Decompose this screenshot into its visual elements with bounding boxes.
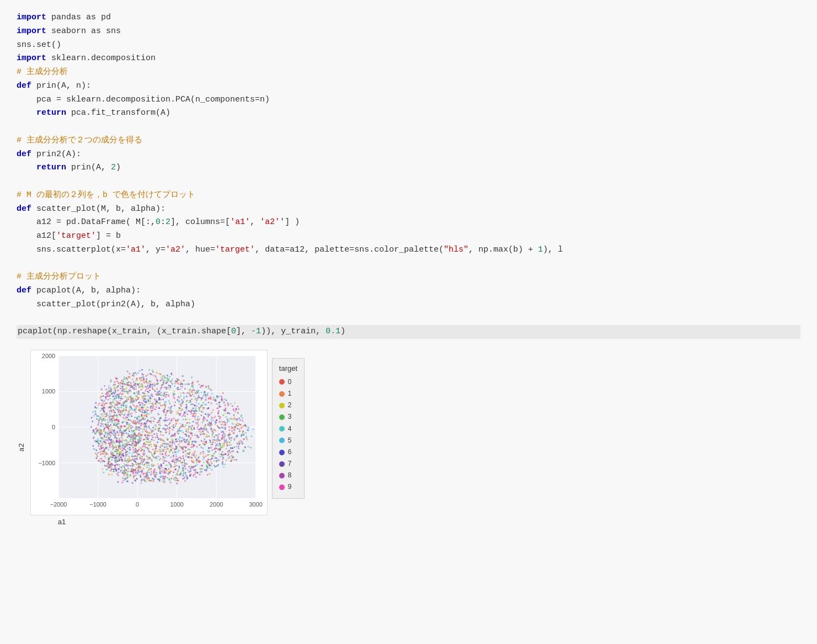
svg-point-2310 xyxy=(116,451,118,453)
svg-point-2240 xyxy=(125,464,127,466)
svg-point-1488 xyxy=(143,476,145,478)
svg-point-2815 xyxy=(122,455,124,456)
svg-point-2471 xyxy=(175,451,177,453)
svg-point-1637 xyxy=(145,381,147,383)
svg-point-2977 xyxy=(104,416,106,418)
svg-point-2501 xyxy=(145,423,146,425)
svg-point-1954 xyxy=(113,399,115,401)
svg-point-2720 xyxy=(184,480,186,482)
svg-point-629 xyxy=(174,462,175,464)
svg-point-2650 xyxy=(97,424,99,426)
svg-point-2050 xyxy=(168,395,169,397)
svg-point-1663 xyxy=(213,465,215,466)
svg-point-1364 xyxy=(162,453,163,455)
svg-point-2974 xyxy=(125,444,126,446)
svg-point-499 xyxy=(121,438,123,439)
svg-point-1393 xyxy=(180,405,181,407)
svg-point-2606 xyxy=(101,404,103,406)
svg-point-2258 xyxy=(239,430,241,432)
svg-point-2689 xyxy=(138,402,140,403)
svg-point-1730 xyxy=(104,413,105,415)
svg-point-1550 xyxy=(194,434,196,436)
svg-point-2783 xyxy=(164,457,166,459)
svg-point-562 xyxy=(181,416,183,417)
svg-point-736 xyxy=(233,446,235,448)
svg-point-2344 xyxy=(222,392,224,394)
svg-point-2785 xyxy=(143,453,145,454)
svg-point-2484 xyxy=(205,428,207,429)
svg-point-2727 xyxy=(220,396,222,397)
svg-point-1991 xyxy=(151,431,153,433)
svg-point-585 xyxy=(103,472,104,473)
svg-point-1942 xyxy=(130,439,131,440)
svg-point-2534 xyxy=(168,462,169,464)
svg-point-1378 xyxy=(108,396,109,397)
svg-point-1812 xyxy=(175,438,177,440)
svg-point-2635 xyxy=(203,433,205,434)
svg-point-2033 xyxy=(228,441,229,443)
svg-point-1674 xyxy=(162,435,164,437)
svg-point-336 xyxy=(165,443,167,445)
svg-point-2791 xyxy=(158,478,159,480)
svg-point-2345 xyxy=(175,462,177,464)
svg-point-1382 xyxy=(207,454,209,456)
svg-point-1480 xyxy=(161,467,163,469)
svg-point-2357 xyxy=(190,427,192,429)
svg-point-3001 xyxy=(181,386,183,388)
svg-point-2277 xyxy=(126,417,128,418)
svg-point-219 xyxy=(198,403,200,405)
svg-point-1933 xyxy=(154,450,156,452)
svg-point-1834 xyxy=(188,453,190,455)
svg-point-1861 xyxy=(141,383,142,385)
svg-point-2840 xyxy=(134,398,136,400)
svg-point-1365 xyxy=(132,386,134,388)
svg-point-2422 xyxy=(112,396,114,397)
svg-point-280 xyxy=(175,456,177,457)
svg-point-403 xyxy=(135,475,136,476)
svg-point-2154 xyxy=(185,435,187,437)
svg-point-77 xyxy=(157,463,158,465)
svg-point-2271 xyxy=(176,448,178,449)
svg-point-1235 xyxy=(148,465,149,466)
comment-text: # M の最初の２列を，b で色を付けてプロット xyxy=(17,190,195,200)
code-line-empty-3 xyxy=(17,257,800,271)
svg-point-2672 xyxy=(179,460,181,462)
svg-point-2868 xyxy=(146,431,147,433)
svg-point-2279 xyxy=(191,390,193,391)
svg-point-799 xyxy=(130,427,132,429)
svg-point-2215 xyxy=(127,435,129,437)
legend-label-1: 1 xyxy=(288,388,292,399)
svg-point-461 xyxy=(210,419,212,421)
svg-point-2126 xyxy=(192,446,194,448)
svg-point-1027 xyxy=(224,405,226,406)
svg-point-2728 xyxy=(151,374,152,375)
svg-point-1885 xyxy=(144,434,146,436)
svg-point-2358 xyxy=(197,390,199,392)
svg-point-1596 xyxy=(190,404,192,406)
svg-point-1141 xyxy=(120,429,121,431)
svg-point-303 xyxy=(129,453,130,454)
svg-point-1587 xyxy=(109,417,110,418)
svg-point-766 xyxy=(116,417,118,418)
svg-point-2263 xyxy=(209,450,210,452)
svg-point-2797 xyxy=(230,448,232,450)
svg-point-2656 xyxy=(182,451,184,453)
svg-point-1580 xyxy=(142,453,144,454)
svg-point-429 xyxy=(202,420,204,422)
svg-point-2717 xyxy=(126,387,127,389)
svg-point-2959 xyxy=(125,429,127,430)
svg-point-2707 xyxy=(172,442,173,444)
svg-point-2750 xyxy=(221,421,222,422)
svg-point-1548 xyxy=(191,441,193,443)
svg-point-2584 xyxy=(167,473,169,475)
legend-dot-2 xyxy=(279,403,285,408)
svg-point-2347 xyxy=(122,439,124,441)
svg-point-1517 xyxy=(166,410,168,412)
svg-point-2265 xyxy=(150,444,152,445)
svg-point-962 xyxy=(211,469,213,471)
svg-point-2252 xyxy=(142,428,143,430)
svg-point-1190 xyxy=(128,460,130,462)
svg-point-2716 xyxy=(191,453,193,454)
svg-point-2355 xyxy=(236,435,238,437)
svg-point-2041 xyxy=(225,400,227,401)
